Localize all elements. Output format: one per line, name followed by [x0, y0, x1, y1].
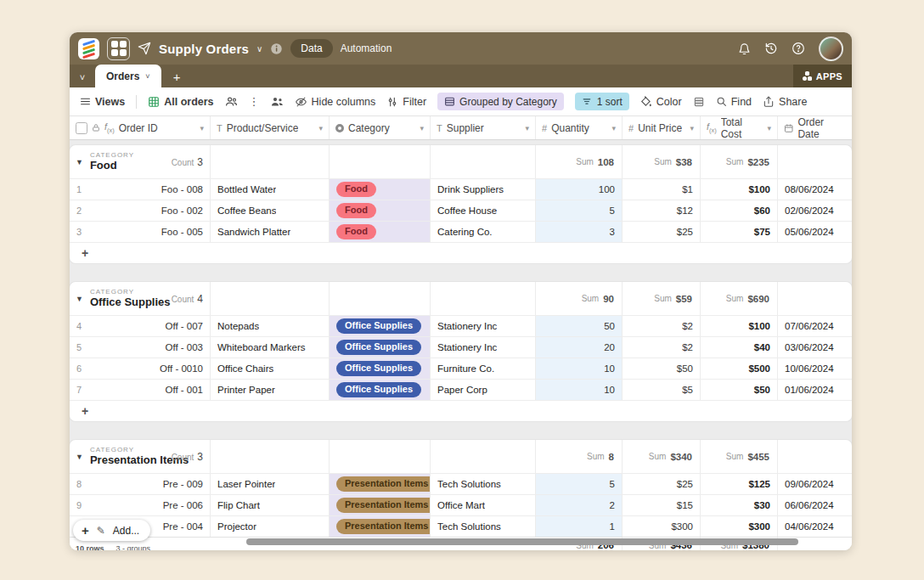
row-height-button[interactable]: [693, 96, 705, 108]
table-row[interactable]: 2Foo - 002Coffee BeansFoodCoffee House5$…: [70, 200, 852, 221]
total-cost-cell: $40: [701, 337, 778, 358]
color-button[interactable]: Color: [640, 96, 682, 108]
category-cell: Presentation Items: [330, 516, 431, 537]
table-row[interactable]: 8Pre - 009Laser PointerPresentation Item…: [70, 473, 852, 494]
column-caret-icon[interactable]: ▾: [767, 124, 771, 132]
number-type-icon: #: [542, 123, 547, 133]
table-row[interactable]: 9Pre - 006Flip ChartPresentation ItemsOf…: [70, 494, 852, 515]
group-add-row-button[interactable]: +: [70, 400, 852, 421]
category-pill[interactable]: Food: [336, 182, 376, 196]
hide-columns-button[interactable]: Hide columns: [295, 96, 376, 108]
tab-orders[interactable]: Orders ˅: [95, 65, 161, 87]
quantity-cell: 10: [536, 358, 623, 379]
collapse-caret-icon[interactable]: ▼: [76, 158, 83, 166]
category-pill[interactable]: Food: [336, 203, 376, 217]
sheets-chevron-icon[interactable]: ˅: [70, 72, 95, 87]
horizontal-scrollbar[interactable]: [246, 538, 798, 545]
apps-button[interactable]: APPS: [793, 65, 852, 87]
table-row[interactable]: 10Pre - 004ProjectorPresentation ItemsTe…: [70, 515, 852, 537]
category-pill[interactable]: Presentation Items: [336, 476, 431, 491]
column-header-supplier[interactable]: T Supplier ▾: [431, 116, 536, 139]
info-icon[interactable]: [270, 42, 283, 55]
total-cost-cell: $125: [701, 474, 778, 494]
table-row[interactable]: 3Foo - 005Sandwich PlatterFoodCatering C…: [70, 221, 852, 242]
column-caret-icon[interactable]: ▾: [200, 124, 204, 132]
share-button[interactable]: Share: [763, 96, 807, 108]
column-header-quantity[interactable]: # Quantity ▾: [536, 116, 623, 139]
order-date-cell: 05/06/2024: [778, 222, 852, 242]
product-value: Printer Paper: [217, 385, 275, 395]
table-row[interactable]: 1Foo - 008Bottled WaterFoodDrink Supplie…: [70, 178, 852, 200]
order-id-cell: 6Off - 0010: [70, 358, 211, 379]
sort-chip[interactable]: 1 sort: [575, 93, 629, 110]
order-id-cell: 4Off - 007: [70, 316, 211, 336]
table-row[interactable]: 5Off - 003Whiteboard MarkersOffice Suppl…: [70, 336, 852, 358]
unit-price-value: $2: [682, 321, 693, 331]
column-header-category[interactable]: Category ▾: [330, 116, 431, 139]
column-caret-icon[interactable]: ▾: [690, 124, 694, 132]
category-pill[interactable]: Office Supplies: [336, 361, 421, 375]
column-header-product[interactable]: T Product/Service ▾: [211, 116, 330, 139]
unit-price-value: $300: [671, 521, 693, 532]
column-header-total-cost[interactable]: f(x) Total Cost ▾: [701, 116, 778, 139]
history-icon[interactable]: [764, 42, 778, 55]
find-button[interactable]: Find: [716, 96, 752, 108]
group-add-row-button[interactable]: +: [70, 242, 852, 263]
workspace-grid-icon[interactable]: [107, 37, 130, 60]
group-header-main: ▼CATEGORYOffice SuppliesCount4: [70, 282, 211, 315]
grouped-by-chip[interactable]: Grouped by Category: [437, 93, 564, 110]
column-header-row: f(x) Order ID ▾ T Product/Service ▾ Cate…: [70, 116, 852, 140]
quantity-value: 5: [610, 479, 615, 489]
add-sheet-button[interactable]: +: [161, 70, 193, 87]
order-id-value: Foo - 002: [161, 206, 203, 216]
sort-label: 1 sort: [597, 96, 623, 108]
collaborators-button[interactable]: [225, 96, 238, 107]
bell-icon[interactable]: [738, 42, 751, 55]
column-caret-icon[interactable]: ▾: [420, 124, 424, 132]
category-pill[interactable]: Office Supplies: [336, 382, 421, 397]
add-record-button[interactable]: + ✎ Add...: [73, 520, 150, 541]
column-header-order-date[interactable]: Order Date: [778, 116, 852, 139]
stackby-logo-icon[interactable]: [78, 38, 99, 59]
paper-plane-icon[interactable]: [138, 42, 151, 55]
title-caret-icon[interactable]: ∨: [256, 44, 262, 53]
order-date-value: 10/06/2024: [785, 363, 834, 374]
table-row[interactable]: 6Off - 0010Office ChairsOffice SuppliesF…: [70, 358, 852, 379]
table-row[interactable]: 7Off - 001Printer PaperOffice SuppliesPa…: [70, 379, 852, 400]
product-cell: Laser Pointer: [211, 474, 330, 494]
category-pill[interactable]: Office Supplies: [336, 340, 421, 354]
category-pill[interactable]: Office Supplies: [336, 318, 421, 333]
select-all-checkbox[interactable]: [76, 122, 87, 134]
column-header-order-id[interactable]: f(x) Order ID ▾: [70, 116, 211, 139]
user-avatar[interactable]: [819, 37, 843, 61]
total-cost-value: $40: [754, 342, 770, 352]
column-caret-icon[interactable]: ▾: [525, 124, 529, 132]
help-icon[interactable]: [792, 42, 805, 55]
order-id-cell: 8Pre - 009: [70, 474, 211, 494]
add-record-label: Add...: [113, 525, 139, 537]
filter-button[interactable]: Filter: [386, 96, 426, 108]
category-pill[interactable]: Presentation Items: [336, 498, 431, 512]
category-pill[interactable]: Presentation Items: [336, 519, 431, 533]
plus-icon: +: [82, 246, 88, 260]
group-count: Count3: [172, 156, 203, 168]
view-more-menu[interactable]: ⋮: [249, 95, 260, 108]
tab-caret-icon[interactable]: ˅: [145, 72, 149, 81]
column-caret-icon[interactable]: ▾: [318, 124, 323, 132]
views-button[interactable]: Views: [80, 96, 125, 108]
table-row[interactable]: 4Off - 007NotepadsOffice SuppliesStation…: [70, 315, 852, 336]
total-cost-cell: $100: [701, 179, 778, 200]
view-selector[interactable]: All orders: [148, 96, 213, 108]
tab-automation[interactable]: Automation: [341, 42, 392, 54]
tab-data[interactable]: Data: [290, 39, 332, 58]
share-view-users-button[interactable]: [271, 96, 284, 107]
column-header-unit-price[interactable]: # Unit Price ▾: [623, 116, 701, 139]
total-cost-value: $100: [748, 184, 770, 194]
column-caret-icon[interactable]: ▾: [611, 124, 616, 132]
row-number: 7: [76, 385, 82, 395]
collapse-caret-icon[interactable]: ▼: [76, 453, 83, 461]
quantity-cell: 10: [536, 380, 623, 400]
group-header: ▼CATEGORYFoodCount3Sum108Sum$38Sum$235: [70, 145, 852, 178]
category-pill[interactable]: Food: [336, 224, 376, 239]
collapse-caret-icon[interactable]: ▼: [76, 295, 83, 303]
